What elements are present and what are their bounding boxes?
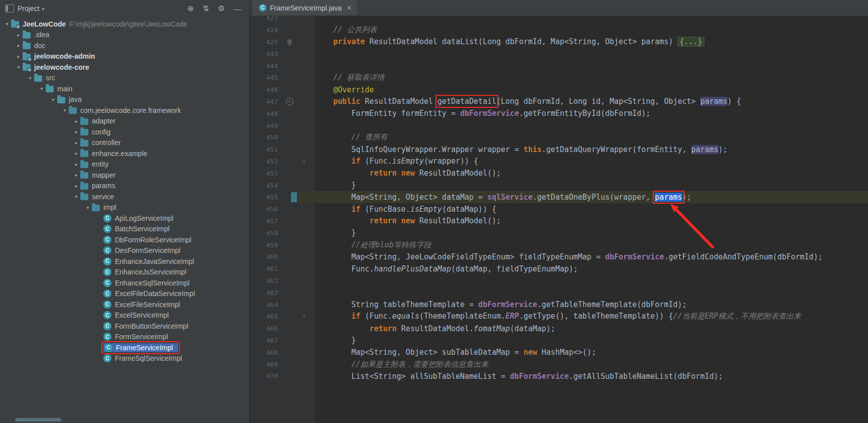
tree-item-framesqlserviceimpl[interactable]: CFrameSqlServiceImpl	[0, 353, 249, 364]
code-line-424[interactable]: 424 // 公共列表	[250, 24, 868, 36]
code-line-456[interactable]: 456 if (FuncBase.isEmpty(dataMap)) {	[250, 203, 868, 215]
line-number[interactable]: 448	[250, 110, 281, 117]
line-number[interactable]: 443	[250, 50, 281, 58]
code-line-445[interactable]: 445 // 获取表详情	[250, 72, 868, 84]
chevron-down-icon[interactable]: ▾	[61, 107, 69, 113]
line-number[interactable]: 464	[250, 301, 281, 309]
tree-item-excelserviceimpl[interactable]: CExcelServiceImpl	[0, 310, 249, 321]
tree-item-jeelowcode-admin[interactable]: ▸jeelowcode-admin	[0, 51, 249, 62]
tree-item-formserviceimpl[interactable]: CFormServiceImpl	[0, 332, 249, 343]
code-line-468[interactable]: 468 Map<String, Object> subTableDataMap …	[250, 346, 868, 358]
tree-item-mapper[interactable]: ▸mapper	[0, 170, 249, 181]
locate-file-icon[interactable]: ⊕	[187, 4, 194, 13]
line-number[interactable]: 451	[250, 146, 281, 153]
tree-item-enhancejsserviceimpl[interactable]: CEnhanceJsServiceImpl	[0, 267, 249, 278]
tree-item-enhance-example[interactable]: ▸enhance.example	[0, 148, 249, 159]
close-icon[interactable]: ×	[347, 4, 351, 12]
tree-item-jeelowcode-core[interactable]: ▾jeelowcode-core	[0, 62, 249, 73]
line-number[interactable]: 450	[250, 133, 281, 141]
code-line-458[interactable]: 458 }	[250, 227, 868, 239]
tree-item-config[interactable]: ▸config	[0, 126, 249, 137]
code-line-451[interactable]: 451 SqlInfoQueryWrapper.Wrapper wrapper …	[250, 144, 868, 156]
line-number[interactable]: 425	[250, 38, 281, 46]
code-line-447[interactable]: 447↑ public ResultDataModel getDataDetai…	[250, 96, 868, 108]
tree-item--idea[interactable]: ▸.idea	[0, 30, 249, 41]
selected-tree-item[interactable]: CFrameServiceImpl	[103, 343, 178, 352]
code-line-443[interactable]: 443	[250, 48, 868, 60]
line-number[interactable]: 470	[250, 372, 281, 380]
chevron-right-icon[interactable]: ▸	[72, 151, 80, 156]
collapse-all-icon[interactable]: ⇅	[203, 4, 209, 13]
hide-panel-icon[interactable]: —	[234, 5, 241, 13]
line-number[interactable]: 424	[250, 26, 281, 34]
chevron-right-icon[interactable]: ▸	[15, 32, 23, 38]
line-number[interactable]: 462	[250, 277, 281, 285]
chevron-right-icon[interactable]: ▸	[72, 118, 80, 124]
line-number[interactable]: 463	[250, 289, 281, 297]
tree-item-batchserviceimpl[interactable]: CBatchServiceImpl	[0, 224, 249, 235]
chevron-down-icon[interactable]: ▾	[15, 64, 23, 70]
tree-item-entity[interactable]: ▸entity	[0, 159, 249, 170]
line-number[interactable]: 453	[250, 170, 281, 177]
tree-item-main[interactable]: ▾main	[0, 83, 249, 94]
tree-item-excelfileserviceimpl[interactable]: CExcelFileServiceImpl	[0, 299, 249, 310]
code-line-450[interactable]: 450 // 查所有	[250, 131, 868, 144]
tree-item-service[interactable]: ▾service	[0, 191, 249, 202]
code-line-464[interactable]: 464 String tableThemeTemplate = dbFormSe…	[250, 299, 868, 311]
tree-item-desformserviceimpl[interactable]: CDesFormServiceImpl	[0, 245, 249, 256]
code-line-423[interactable]: 423	[250, 16, 868, 24]
tree-item-com-jeelowcode-core-framework[interactable]: ▾com.jeelowcode.core.framework	[0, 105, 249, 116]
annotation-gutter-icon[interactable]: @	[281, 36, 298, 48]
chevron-down-icon[interactable]: ▾	[26, 75, 34, 81]
line-number[interactable]: 457	[250, 217, 281, 225]
code-line-448[interactable]: 448 FormEntity formEntity = dbFormServic…	[250, 107, 868, 119]
settings-gear-icon[interactable]: ⚙	[218, 4, 225, 13]
line-number[interactable]: 456	[250, 205, 281, 213]
code-line-425[interactable]: 425@ private ResultDataModel dataList(Lo…	[250, 36, 868, 48]
chevron-right-icon[interactable]: ▸	[15, 43, 23, 48]
line-number[interactable]: 454	[250, 182, 281, 189]
code-line-459[interactable]: 459 //处理blob等特殊字段	[250, 239, 868, 251]
code-line-469[interactable]: 469 //如果是主附表，需要把附表信息查出来	[250, 358, 868, 370]
tab-frameserviceimpl-java[interactable]: C FrameServiceImpl.java ×	[253, 0, 357, 16]
fold-marker-icon[interactable]: ∨	[298, 159, 310, 164]
tree-item-doc[interactable]: ▸doc	[0, 40, 249, 51]
code-line-453[interactable]: 453 return new ResultDataModel();	[250, 167, 868, 179]
line-number[interactable]: 466	[250, 325, 281, 332]
chevron-right-icon[interactable]: ▸	[72, 162, 80, 167]
line-number[interactable]: 467	[250, 337, 281, 344]
code-line-465[interactable]: 465∨ if (Func.equals(ThemeTemplateEnum.E…	[250, 311, 868, 323]
chevron-down-icon[interactable]: ▾	[72, 194, 80, 199]
line-number[interactable]: 468	[250, 349, 281, 356]
tree-item-jeelowcode[interactable]: ▾JeeLowCodeF:\mjkj\jeelowcode\gitee\JeeL…	[0, 19, 249, 30]
tree-item-dbformroleserviceimpl[interactable]: CDbFormRoleServiceImpl	[0, 234, 249, 245]
code-line-467[interactable]: 467 }	[250, 335, 868, 347]
line-number[interactable]: 449	[250, 122, 281, 129]
code-line-454[interactable]: 454 }	[250, 179, 868, 191]
chevron-right-icon[interactable]: ▸	[72, 183, 80, 189]
tree-item-enhancesqlserviceimpl[interactable]: CEnhanceSqlServiceImpl	[0, 277, 249, 289]
line-number[interactable]: 460	[250, 253, 281, 260]
code-line-444[interactable]: 444	[250, 60, 868, 72]
horizontal-scrollbar-thumb[interactable]	[15, 418, 61, 421]
tree-item-apilogserviceimpl[interactable]: CApiLogServiceImpl	[0, 213, 249, 224]
line-number[interactable]: 423	[250, 16, 281, 22]
tree-item-impl[interactable]: ▾impl	[0, 202, 249, 213]
line-number[interactable]: 452	[250, 158, 281, 165]
fold-marker-icon[interactable]: ∨	[298, 314, 310, 319]
line-number[interactable]: 465	[250, 313, 281, 320]
line-number[interactable]: 458	[250, 229, 281, 237]
code-line-466[interactable]: 466 return ResultDataModel.fomatMap(data…	[250, 323, 868, 335]
line-number[interactable]: 461	[250, 265, 281, 272]
chevron-right-icon[interactable]: ▸	[72, 140, 80, 146]
chevron-down-icon[interactable]: ▾	[38, 86, 46, 91]
chevron-down-icon[interactable]: ▾	[3, 21, 11, 27]
line-number[interactable]: 469	[250, 361, 281, 368]
chevron-down-icon[interactable]: ▾	[42, 6, 45, 12]
tree-item-adapter[interactable]: ▸adapter	[0, 116, 249, 127]
line-number[interactable]: 446	[250, 86, 281, 93]
code-line-462[interactable]: 462	[250, 275, 868, 287]
line-number[interactable]: 459	[250, 241, 281, 249]
code-line-470[interactable]: 470 List<String> allSubTableNameList = d…	[250, 370, 868, 382]
line-number[interactable]: 455	[250, 193, 281, 201]
